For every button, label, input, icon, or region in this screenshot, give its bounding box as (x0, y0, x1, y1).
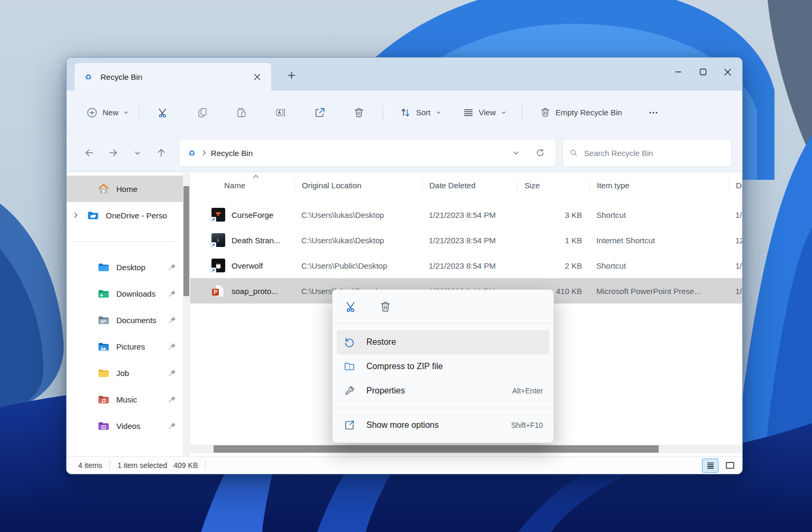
refresh-button[interactable] (530, 142, 550, 163)
menu-item-restore[interactable]: Restore (337, 330, 549, 354)
chevron-down-icon (123, 109, 129, 115)
paste-icon (236, 107, 247, 118)
menu-item-show-more-options[interactable]: Show more options Shift+F10 (337, 413, 549, 437)
sidebar-scrollbar[interactable] (183, 172, 190, 456)
job-folder-icon (97, 366, 110, 379)
shortcut-arrow-icon (210, 217, 216, 222)
sidebar-item-onedrive[interactable]: OneDrive - Perso (67, 202, 183, 228)
column-header-original-location[interactable]: Original Location (294, 179, 422, 192)
expand-chevron-icon[interactable] (67, 212, 85, 218)
sidebar-item-documents[interactable]: Documents (67, 307, 183, 333)
column-header-date-modified[interactable]: Da (728, 179, 742, 192)
toolbar-separator (522, 105, 522, 121)
close-icon (724, 68, 732, 76)
large-icons-view-button[interactable] (722, 458, 738, 473)
chevron-down-icon (512, 149, 520, 157)
column-headers: Name Original Location Date Deleted Size… (190, 172, 742, 199)
new-label: New (103, 108, 118, 117)
maximize-button[interactable] (690, 58, 715, 86)
table-row[interactable]: Overwolf C:\Users\Public\Desktop 1/21/20… (190, 253, 742, 278)
address-dropdown-button[interactable] (506, 142, 526, 163)
minimize-icon (675, 68, 682, 76)
window-controls (666, 58, 740, 87)
close-window-button[interactable] (715, 58, 740, 86)
tab-recycle-bin[interactable]: ♻ Recycle Bin (75, 63, 271, 90)
sidebar-item-videos[interactable]: Videos (67, 412, 183, 439)
sidebar-item-music[interactable]: Music (67, 386, 183, 412)
column-header-date-deleted[interactable]: Date Deleted (422, 179, 517, 192)
command-toolbar: New Sort (67, 90, 742, 135)
copy-button[interactable] (191, 101, 214, 124)
minimize-button[interactable] (666, 58, 690, 86)
cut-button[interactable] (340, 295, 363, 318)
file-name: soap_proto... (232, 287, 278, 296)
forward-button[interactable] (101, 142, 125, 163)
horizontal-scrollbar[interactable] (190, 445, 742, 453)
back-button[interactable] (77, 142, 101, 163)
column-header-item-type[interactable]: Item type (589, 179, 728, 192)
delete-button[interactable] (347, 101, 371, 124)
paste-button[interactable] (230, 101, 253, 124)
sidebar-item-label: Videos (116, 421, 168, 430)
desktop-folder-icon (97, 261, 110, 273)
sidebar-item-label: Home (116, 185, 183, 194)
sidebar-item-label: Pictures (116, 342, 168, 351)
rename-icon (275, 107, 287, 118)
menu-item-label: Compress to ZIP file (366, 362, 443, 371)
column-header-name[interactable]: Name (190, 179, 294, 192)
share-button[interactable] (308, 101, 331, 124)
column-header-size[interactable]: Size (517, 179, 589, 192)
context-menu-items: Restore Compress to ZIP file Properties … (333, 324, 553, 437)
sidebar-item-home[interactable]: Home (67, 176, 183, 202)
more-options-button[interactable] (642, 101, 665, 124)
restore-icon (343, 336, 356, 348)
table-row[interactable]: CurseForge C:\Users\lukas\Desktop 1/21/2… (190, 202, 742, 227)
sidebar-item-desktop[interactable]: Desktop (67, 254, 183, 280)
pin-icon (168, 395, 177, 403)
sort-icon (400, 107, 411, 118)
search-box[interactable] (562, 139, 732, 167)
cell-date-deleted: 1/21/2023 8:54 PM (422, 210, 517, 219)
delete-button[interactable] (374, 295, 397, 318)
onedrive-folder-icon (87, 209, 99, 222)
menu-item-compress-to-zip[interactable]: Compress to ZIP file (337, 354, 549, 379)
trash-icon (540, 107, 551, 118)
sort-button[interactable]: Sort (394, 102, 447, 123)
chevron-down-icon (134, 149, 141, 157)
scrollbar-thumb[interactable] (214, 445, 659, 453)
close-tab-button[interactable] (249, 69, 265, 85)
table-row[interactable]: Death Stran... C:\Users\lukas\Desktop 1/… (190, 227, 742, 253)
home-icon (97, 182, 110, 195)
details-view-button[interactable] (702, 458, 718, 473)
sidebar-item-label: Job (116, 369, 168, 378)
scrollbar-thumb[interactable] (183, 186, 189, 296)
up-button[interactable] (149, 142, 173, 163)
tab-title: Recycle Bin (100, 72, 242, 81)
menu-item-properties[interactable]: Properties Alt+Enter (337, 379, 549, 403)
chevron-down-icon (501, 109, 506, 115)
new-button[interactable]: New (80, 102, 135, 123)
cell-item-type: Shortcut (589, 261, 728, 270)
copy-icon (197, 107, 208, 118)
recent-locations-button[interactable] (125, 142, 149, 163)
sidebar-item-job[interactable]: Job (67, 360, 183, 386)
cell-date-modified: 1/ (728, 261, 742, 270)
new-tab-button[interactable] (280, 65, 302, 85)
context-menu: Restore Compress to ZIP file Properties … (332, 289, 554, 443)
cut-button[interactable] (152, 101, 175, 124)
rename-button[interactable] (269, 101, 292, 124)
sidebar-item-downloads[interactable]: Downloads (67, 280, 183, 307)
sidebar-item-pictures[interactable]: Pictures (67, 333, 183, 360)
videos-folder-icon (97, 419, 110, 432)
empty-recycle-bin-button[interactable]: Empty Recycle Bin (534, 102, 628, 123)
pin-icon (168, 263, 177, 271)
pin-icon (168, 342, 177, 351)
curseforge-file-icon (211, 208, 225, 222)
breadcrumb[interactable]: Recycle Bin (211, 149, 253, 158)
address-bar[interactable]: ♻ Recycle Bin (179, 139, 556, 167)
status-divider (109, 461, 110, 470)
cell-date-modified: 1/ (728, 287, 742, 296)
chevron-down-icon (436, 109, 441, 115)
search-input[interactable] (584, 149, 725, 158)
view-button[interactable]: View (457, 102, 512, 123)
